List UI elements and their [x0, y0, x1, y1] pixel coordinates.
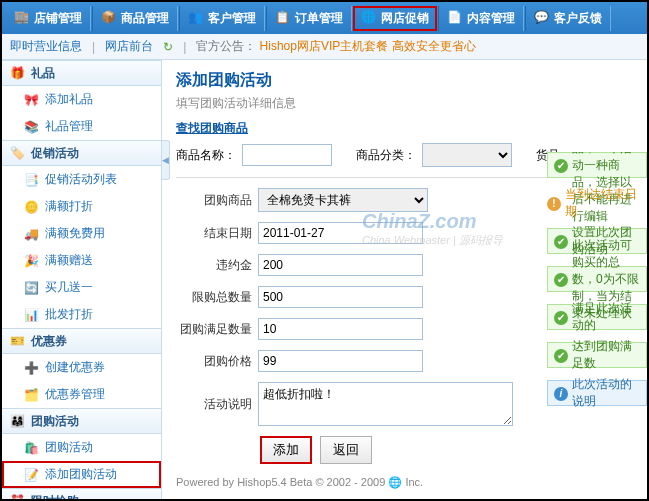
check-icon — [554, 348, 568, 363]
list-icon: 📑 — [24, 173, 39, 187]
announcement: 官方公告： Hishop网店VIP主机套餐 高效安全更省心 — [196, 38, 475, 55]
sidebar-item-coupon-manage[interactable]: 🗂️优惠券管理 — [2, 381, 161, 408]
right-hints: 选择此次团购活动的商品，一个活动一种商品，选择以后不能再进行编辑 当到达结束日期… — [547, 152, 647, 418]
refresh-icon[interactable]: ↻ — [163, 40, 173, 54]
store-icon: 🏬 — [14, 10, 30, 26]
sidebar-item-promo-list[interactable]: 📑促销活动列表 — [2, 166, 161, 193]
sidebar-group-gift[interactable]: 🎁礼品 — [2, 60, 161, 86]
discount-icon: 🪙 — [24, 200, 39, 214]
sidebar-item-gift-manage[interactable]: 📚礼品管理 — [2, 113, 161, 140]
search-groupbuy-title: 查找团购商品 — [176, 120, 647, 137]
sidebar-item-groupbuy[interactable]: 🛍️团购活动 — [2, 434, 161, 461]
sidebar: 🎁礼品 🎀添加礼品 📚礼品管理 🏷️促销活动 📑促销活动列表 🪙满额打折 🚚满额… — [2, 60, 162, 499]
check-icon — [554, 310, 568, 325]
sidebar-group-promo[interactable]: 🏷️促销活动 — [2, 140, 161, 166]
nav-promo[interactable]: 🌐网店促销 — [353, 6, 437, 31]
hint-end-date: 当到达结束日期 — [547, 190, 647, 216]
back-button[interactable]: 返回 — [320, 436, 372, 464]
penalty-label: 违约金 — [176, 257, 252, 274]
search-name-input[interactable] — [242, 144, 332, 166]
add-gift-icon: 🎀 — [24, 93, 39, 107]
buy-give-icon: 🔄 — [24, 281, 39, 295]
product-select[interactable]: 全棉免烫卡其裤 — [258, 188, 428, 212]
sidebar-collapse-handle[interactable]: ◀ — [162, 140, 170, 180]
limit-input[interactable] — [258, 286, 423, 308]
gift-manage-icon: 📚 — [24, 120, 39, 134]
add-groupbuy-icon: 📝 — [24, 468, 39, 482]
submit-button[interactable]: 添加 — [260, 436, 312, 464]
minqty-label: 团购满足数量 — [176, 321, 252, 338]
sidebar-item-full-discount[interactable]: 🪙满额打折 — [2, 193, 161, 220]
search-category-select[interactable] — [422, 143, 512, 167]
penalty-input[interactable] — [258, 254, 423, 276]
gift-send-icon: 🎉 — [24, 254, 39, 268]
subnav-realtime[interactable]: 即时营业信息 — [10, 38, 82, 55]
promo-group-icon: 🏷️ — [10, 146, 25, 160]
nav-feedback[interactable]: 💬客户反馈 — [525, 6, 611, 31]
page-subtitle: 填写团购活动详细信息 — [176, 95, 647, 112]
check-icon — [554, 272, 568, 287]
top-nav: 🏬店铺管理 📦商品管理 👥客户管理 📋订单管理 🌐网店促销 📄内容管理 💬客户反… — [2, 2, 647, 34]
hint-price: 达到团购满足数 — [547, 342, 647, 368]
main-content: ChinaZ.com China Webmaster | 源码报导 添加团购活动… — [162, 60, 647, 499]
subnav-frontend[interactable]: 网店前台 — [105, 38, 153, 55]
page-title: 添加团购活动 — [176, 70, 647, 91]
content-icon: 📄 — [447, 10, 463, 26]
sub-nav: 即时营业信息 | 网店前台 ↻ | 官方公告： Hishop网店VIP主机套餐 … — [2, 34, 647, 60]
desc-textarea[interactable]: 超低折扣啦！ — [258, 382, 513, 426]
goods-icon: 📦 — [101, 10, 117, 26]
nav-order[interactable]: 📋订单管理 — [266, 6, 352, 31]
minqty-input[interactable] — [258, 318, 423, 340]
sidebar-item-free-ship[interactable]: 🚚满额免费用 — [2, 220, 161, 247]
sidebar-item-add-gift[interactable]: 🎀添加礼品 — [2, 86, 161, 113]
sidebar-item-buy-give[interactable]: 🔄买几送一 — [2, 274, 161, 301]
end-date-label: 结束日期 — [176, 225, 252, 242]
gift-icon: 🎁 — [10, 66, 25, 80]
sidebar-item-gift-send[interactable]: 🎉满额赠送 — [2, 247, 161, 274]
footer: Powered by Hishop5.4 Beta © 2002 - 2009 … — [176, 476, 647, 489]
check-icon — [554, 234, 568, 249]
search-name-label: 商品名称： — [176, 147, 236, 164]
feedback-icon: 💬 — [534, 10, 550, 26]
sidebar-item-create-coupon[interactable]: ➕创建优惠券 — [2, 354, 161, 381]
hint-minqty: 满足此次活动的 — [547, 304, 647, 330]
hint-desc: 此次活动的说明 — [547, 380, 647, 406]
warn-icon — [547, 196, 561, 211]
coupon-manage-icon: 🗂️ — [24, 388, 39, 402]
nav-customer[interactable]: 👥客户管理 — [179, 6, 265, 31]
groupbuy-group-icon: 👨‍👩‍👧 — [10, 414, 25, 428]
groupbuy-icon: 🛍️ — [24, 441, 39, 455]
free-ship-icon: 🚚 — [24, 227, 39, 241]
desc-label: 活动说明 — [176, 382, 252, 413]
hint-limit: 此次活动可购买的总数，0为不限制，当为结束未处理状 — [547, 266, 647, 292]
price-label: 团购价格 — [176, 353, 252, 370]
info-icon — [554, 386, 568, 401]
sidebar-group-coupon[interactable]: 🎫优惠券 — [2, 328, 161, 354]
limit-label: 限购总数量 — [176, 289, 252, 306]
flash-group-icon: ⏰ — [10, 494, 25, 499]
price-input[interactable] — [258, 350, 423, 372]
search-category-label: 商品分类： — [356, 147, 416, 164]
create-coupon-icon: ➕ — [24, 361, 39, 375]
sidebar-item-wholesale[interactable]: 📊批发打折 — [2, 301, 161, 328]
sidebar-item-add-groupbuy[interactable]: 📝添加团购活动 — [2, 461, 161, 488]
nav-goods[interactable]: 📦商品管理 — [92, 6, 178, 31]
hint-product: 选择此次团购活动的商品，一个活动一种商品，选择以后不能再进行编辑 — [547, 152, 647, 178]
end-date-input[interactable] — [258, 222, 423, 244]
coupon-group-icon: 🎫 — [10, 334, 25, 348]
wholesale-icon: 📊 — [24, 308, 39, 322]
sidebar-group-flash[interactable]: ⏰限时抢购 — [2, 488, 161, 499]
sidebar-group-groupbuy[interactable]: 👨‍👩‍👧团购活动 — [2, 408, 161, 434]
nav-content[interactable]: 📄内容管理 — [438, 6, 524, 31]
nav-store[interactable]: 🏬店铺管理 — [6, 6, 91, 31]
promo-icon: 🌐 — [361, 10, 377, 26]
check-icon — [554, 158, 568, 173]
customer-icon: 👥 — [188, 10, 204, 26]
order-icon: 📋 — [275, 10, 291, 26]
product-label: 团购商品 — [176, 192, 252, 209]
